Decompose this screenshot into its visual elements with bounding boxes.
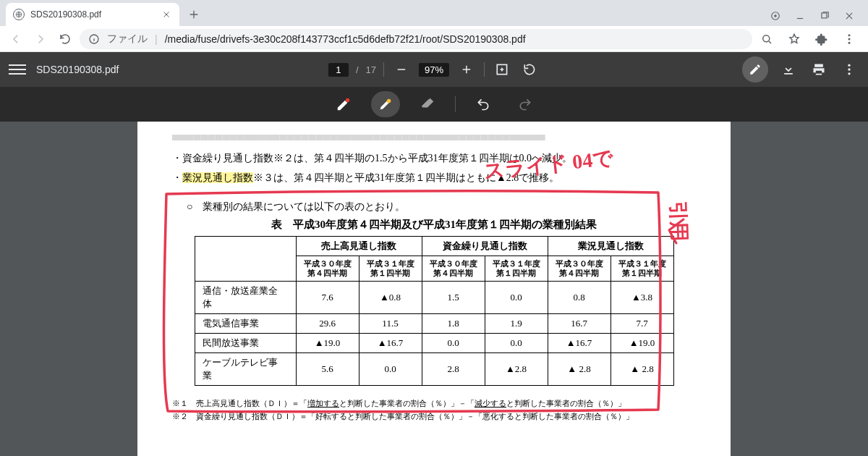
tab-strip: SDS20190308.pdf [0, 0, 868, 26]
svg-point-11 [848, 68, 850, 70]
new-tab-button[interactable] [184, 4, 204, 25]
sub-col: 平成３０年度第４四半期 [422, 256, 485, 282]
page-current-input[interactable]: 1 [328, 63, 349, 77]
close-icon[interactable] [161, 9, 172, 20]
info-icon [88, 33, 100, 45]
window-controls [762, 10, 862, 26]
svg-point-5 [763, 35, 770, 41]
window-close-icon[interactable] [843, 10, 855, 22]
bullet-line: ・業況見通し指数※３は、第４四半期と平成31年度第１四半期はともに▲2.8で推移… [172, 169, 696, 188]
svg-point-13 [345, 98, 349, 103]
maximize-icon[interactable] [819, 10, 830, 22]
results-table: 売上高見通し指数 資金繰り見通し指数 業況見通し指数 平成３０年度第４四半期平成… [195, 236, 674, 386]
col-group: 業況見通し指数 [548, 237, 673, 256]
table-title: 表 平成30年度第４四半期及び平成31年度第１四半期の業種別結果 [172, 218, 696, 232]
rotate-button[interactable] [519, 59, 540, 80]
eraser-button[interactable] [413, 91, 442, 117]
menu-icon[interactable] [839, 29, 859, 49]
table-row: 電気通信事業29.611.51.81.916.77.7 [195, 314, 673, 334]
svg-point-6 [848, 34, 851, 36]
address-bar[interactable]: ファイル | /media/fuse/drivefs-3e30c208f1437… [80, 29, 752, 49]
col-group: 売上高見通し指数 [296, 237, 422, 256]
sub-col: 平成３１年度第１四半期 [485, 256, 548, 282]
highlighter-yellow-button[interactable] [371, 91, 400, 117]
minimize-icon[interactable] [794, 10, 806, 22]
pdf-page: ████████████████████████████████████████… [137, 122, 731, 456]
annotate-button[interactable] [742, 56, 768, 83]
svg-rect-3 [822, 13, 827, 18]
back-button[interactable] [6, 29, 26, 49]
svg-point-14 [386, 99, 391, 104]
undo-button[interactable] [469, 91, 498, 117]
tab-title: SDS20190308.pdf [30, 9, 155, 20]
sub-col: 平成３１年度第１四半期 [610, 256, 673, 282]
sub-col: 平成３１年度第１四半期 [359, 256, 422, 282]
window-info-icon[interactable] [770, 10, 781, 22]
search-icon[interactable] [757, 29, 777, 49]
page-separator: / [356, 64, 359, 75]
bullet-line: ・資金繰り見通し指数※２は、第４四半期の1.5から平成31年度第１四半期は0.0… [172, 149, 696, 169]
annotation-toolbar [0, 87, 868, 122]
reload-button[interactable] [55, 29, 75, 49]
pdf-toolbar: SDS20190308.pdf 1 / 17 97% [0, 52, 868, 87]
redo-button[interactable] [511, 91, 540, 117]
page-total: 17 [366, 64, 376, 75]
footnotes: ※１ 売上高見通し指数（ＤＩ）＝「増加すると判断した事業者の割合（％）」－「減少… [172, 397, 696, 423]
fit-page-button[interactable] [492, 59, 512, 80]
print-button[interactable] [809, 59, 829, 80]
sub-col: 平成３０年度第４四半期 [296, 256, 359, 282]
forward-button[interactable] [30, 29, 51, 49]
zoom-in-button[interactable] [456, 59, 477, 80]
browser-tab[interactable]: SDS20190308.pdf [6, 3, 179, 26]
svg-point-12 [848, 72, 850, 75]
table-row: 民間放送事業▲19.0▲16.70.00.0▲16.7▲19.0 [195, 334, 673, 353]
col-group: 資金繰り見通し指数 [422, 237, 548, 256]
sub-col: 平成３０年度第４四半期 [548, 256, 610, 282]
url-path: /media/fuse/drivefs-3e30c208f143773ccf1c… [165, 33, 526, 45]
table-row: 通信・放送産業全体7.6▲0.81.50.00.8▲3.8 [195, 282, 673, 314]
bookmark-icon[interactable] [784, 29, 804, 49]
result-heading: 業種別の結果については以下の表のとおり。 [187, 200, 696, 214]
extensions-icon[interactable] [812, 29, 832, 49]
highlighted-text: 業況見通し指数 [182, 172, 253, 183]
download-button[interactable] [778, 59, 799, 80]
svg-point-10 [848, 64, 850, 67]
table-row: ケーブルテレビ事業5.60.02.8▲2.8▲ 2.8▲ 2.8 [195, 353, 673, 386]
url-scheme-label: ファイル [107, 33, 148, 46]
svg-point-8 [848, 41, 851, 43]
zoom-level[interactable]: 97% [419, 63, 449, 77]
pen-red-button[interactable] [329, 91, 358, 117]
svg-point-2 [774, 14, 777, 17]
zoom-out-button[interactable] [391, 59, 412, 80]
pdf-title: SDS20190308.pdf [36, 64, 119, 75]
svg-point-7 [848, 38, 851, 40]
browser-toolbar: ファイル | /media/fuse/drivefs-3e30c208f1437… [0, 26, 868, 52]
sidebar-toggle[interactable] [9, 61, 26, 78]
globe-icon [13, 9, 25, 20]
document-viewport[interactable]: ████████████████████████████████████████… [0, 122, 868, 456]
more-button[interactable] [839, 59, 859, 80]
